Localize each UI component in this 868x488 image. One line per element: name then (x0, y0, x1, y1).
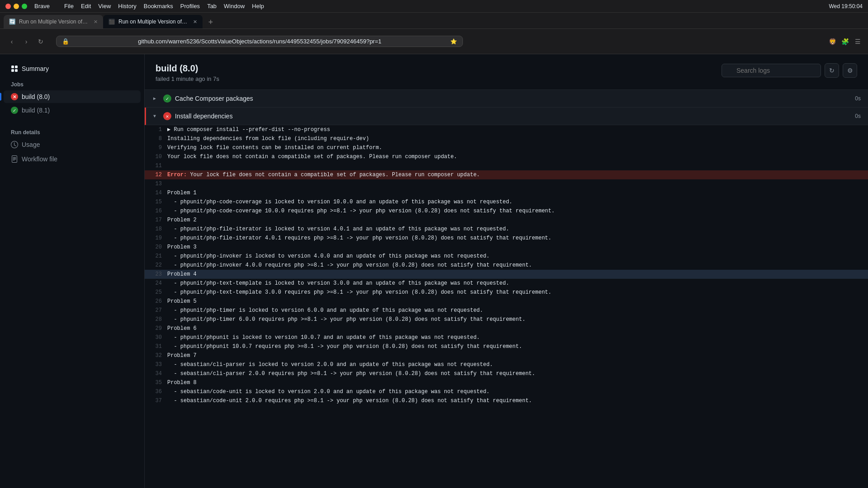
line-num: 25 (145, 288, 167, 296)
line-num: 27 (145, 306, 167, 314)
step-duration-cache: 0s (855, 95, 861, 102)
line-num: 22 (145, 261, 167, 269)
line-num: 8 (145, 135, 167, 143)
tab-bar: 🔄 Run on Multiple Version of PHP by... ✕… (0, 13, 868, 29)
chevron-down-icon: ▼ (153, 114, 160, 119)
log-line[interactable]: 1 ▶ Run composer install --prefer-dist -… (145, 125, 868, 134)
log-line[interactable]: 29 Problem 6 (145, 324, 868, 333)
new-tab-button[interactable]: + (204, 16, 217, 28)
extensions-icon[interactable]: 🧩 (840, 37, 850, 47)
tab-close-2[interactable]: ✕ (193, 19, 197, 25)
line-content: Your lock file does not contain a compat… (167, 153, 868, 161)
bookmark-icon[interactable]: ⭐ (450, 38, 457, 45)
line-content: - sebastian/cli-parser is locked to vers… (167, 361, 868, 369)
job-status-success-icon: ✓ (11, 107, 18, 114)
log-line[interactable]: 8 Installing dependencies from lock file… (145, 134, 868, 143)
menu-help[interactable]: Help (252, 3, 264, 9)
line-num: 23 (145, 270, 167, 278)
menu-file[interactable]: File (64, 3, 74, 9)
address-bar-wrapper[interactable]: 🔒 github.com/warren5236/ScottsValueObjec… (56, 36, 463, 47)
log-line[interactable]: 10 Your lock file does not contain a com… (145, 152, 868, 161)
log-line[interactable]: 33 - sebastian/cli-parser is locked to v… (145, 360, 868, 369)
forward-button[interactable]: › (20, 35, 33, 48)
menu-bookmarks[interactable]: Bookmarks (144, 3, 173, 9)
close-button[interactable] (5, 4, 11, 9)
log-line[interactable]: 16 - phpunit/php-code-coverage 10.0.0 re… (145, 206, 868, 216)
log-line[interactable]: 30 - phpunit/phpunit is locked to versio… (145, 333, 868, 342)
tab-close-1[interactable]: ✕ (94, 19, 98, 25)
log-line[interactable]: 36 - sebastian/code-unit is locked to ve… (145, 387, 868, 396)
log-line[interactable]: 15 - phpunit/php-code-coverage is locked… (145, 197, 868, 206)
line-num: 12 (145, 171, 167, 179)
log-line[interactable]: 21 - phpunit/php-invoker is locked to ve… (145, 252, 868, 261)
log-line[interactable]: 31 - phpunit/phpunit 10.0.7 requires php… (145, 342, 868, 351)
log-line[interactable]: 34 - sebastian/cli-parser 2.0.0 requires… (145, 369, 868, 378)
menu-edit[interactable]: Edit (81, 3, 91, 9)
log-line[interactable]: 32 Problem 7 (145, 351, 868, 360)
log-line[interactable]: 19 - phpunit/php-file-iterator 4.0.1 req… (145, 234, 868, 243)
log-line[interactable]: 13 (145, 179, 868, 188)
menu-icon[interactable]: ☰ (853, 37, 863, 47)
menu-tab[interactable]: Tab (207, 3, 217, 9)
line-content: - phpunit/php-file-iterator is locked to… (167, 225, 868, 233)
log-line[interactable]: 18 - phpunit/php-file-iterator is locked… (145, 225, 868, 234)
log-line[interactable]: 17 Problem 2 (145, 216, 868, 225)
content-header: build (8.0) failed 1 minute ago in 7s 🔍 … (145, 54, 868, 90)
tab-2[interactable]: ⬛ Run on Multiple Version of PHP... ✕ (103, 15, 203, 28)
step-duration-install: 0s (855, 113, 861, 119)
step-cache-composer[interactable]: ▶ ✓ Cache Composer packages 0s (145, 90, 868, 108)
job-item-build-80[interactable]: ✕ build (8.0) (4, 90, 141, 103)
job-item-build-81[interactable]: ✓ build (8.1) (4, 104, 141, 117)
sidebar-item-usage[interactable]: Usage (4, 137, 141, 152)
run-details-section: Run details Usage (0, 124, 144, 166)
tab-favicon-1: 🔄 (9, 19, 15, 25)
log-line[interactable]: 14 Problem 1 (145, 188, 868, 197)
file-icon (11, 155, 18, 163)
log-line-highlight[interactable]: 23 Problem 4 (145, 270, 868, 279)
log-line[interactable]: 28 - phpunit/php-timer 6.0.0 requires ph… (145, 315, 868, 324)
line-num: 10 (145, 153, 167, 161)
refresh-button[interactable]: ↻ (825, 63, 839, 78)
minimize-button[interactable] (14, 4, 19, 9)
fullscreen-button[interactable] (22, 4, 27, 9)
log-line[interactable]: 35 Problem 8 (145, 378, 868, 387)
log-line[interactable]: 20 Problem 3 (145, 243, 868, 252)
log-line[interactable]: 22 - phpunit/php-invoker 4.0.0 requires … (145, 261, 868, 270)
back-button[interactable]: ‹ (5, 35, 18, 48)
log-line[interactable]: 26 Problem 5 (145, 297, 868, 306)
log-line[interactable]: 37 - sebastian/code-unit 2.0.0 requires … (145, 396, 868, 405)
log-line[interactable]: 24 - phpunit/php-text-template is locked… (145, 279, 868, 288)
tab-1[interactable]: 🔄 Run on Multiple Version of PHP by... ✕ (4, 15, 103, 28)
line-content: - phpunit/php-invoker is locked to versi… (167, 252, 868, 260)
line-num: 15 (145, 198, 167, 206)
log-line[interactable]: 27 - phpunit/php-timer is locked to vers… (145, 306, 868, 315)
menu-window[interactable]: Window (224, 3, 245, 9)
log-line[interactable]: 11 (145, 161, 868, 170)
app-name: Brave (34, 3, 50, 9)
brave-shield-icon[interactable]: 🦁 (827, 37, 837, 47)
log-line[interactable]: 25 - phpunit/php-text-template 3.0.0 req… (145, 288, 868, 297)
menu-view[interactable]: View (98, 3, 111, 9)
log-line[interactable]: 9 Verifying lock file contents can be in… (145, 143, 868, 152)
log-area[interactable]: ▶ ✓ Cache Composer packages 0s ▼ ✕ Insta… (145, 90, 868, 488)
menu-profiles[interactable]: Profiles (180, 3, 200, 9)
tab-label-1: Run on Multiple Version of PHP by... (19, 19, 88, 25)
menu-history[interactable]: History (118, 3, 136, 9)
log-line-error[interactable]: 12 Error: Your lock file does not contai… (145, 170, 868, 179)
line-content: - sebastian/cli-parser 2.0.0 requires ph… (167, 370, 868, 378)
line-num: 36 (145, 388, 167, 396)
line-content: - sebastian/code-unit 2.0.0 requires php… (167, 397, 868, 405)
job-status-fail-icon: ✕ (11, 93, 18, 100)
build-info: build (8.0) failed 1 minute ago in 7s (156, 63, 219, 82)
sidebar-item-workflow-file[interactable]: Workflow file (4, 152, 141, 166)
step-install-deps[interactable]: ▼ ✕ Install dependencies 0s (145, 108, 868, 125)
usage-label: Usage (22, 141, 40, 148)
search-logs-input[interactable] (722, 64, 821, 77)
line-num: 20 (145, 243, 167, 251)
settings-button[interactable]: ⚙ (843, 63, 857, 78)
line-content: Installing dependencies from lock file (… (167, 135, 868, 143)
step-name-cache: Cache Composer packages (175, 95, 851, 102)
sidebar-item-summary[interactable]: Summary (4, 61, 141, 76)
datetime: Wed 19:50:04 (829, 3, 863, 9)
reload-button[interactable]: ↻ (34, 35, 47, 48)
